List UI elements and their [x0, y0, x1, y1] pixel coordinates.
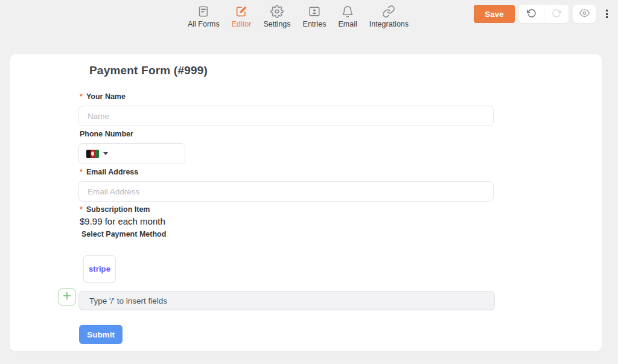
phone-field-label: Phone Number	[80, 130, 133, 138]
nav-item-label: All Forms	[188, 20, 220, 28]
country-flag-afghanistan	[86, 150, 99, 158]
topbar-actions: Save	[474, 5, 611, 23]
nav-item-label: Editor	[232, 20, 252, 28]
editor-icon	[235, 5, 248, 18]
bell-icon	[341, 5, 354, 18]
submit-button[interactable]: Submit	[79, 325, 123, 344]
nav-item-all-forms[interactable]: All Forms	[188, 5, 220, 28]
forms-icon	[197, 5, 210, 18]
required-marker: *	[80, 205, 83, 214]
nav-item-label: Integrations	[369, 20, 409, 28]
subscription-field-label: * Subscription Item	[80, 205, 150, 214]
gear-icon	[270, 5, 284, 18]
nav-item-editor[interactable]: Editor	[232, 5, 252, 28]
payment-method-stripe[interactable]: stripe	[83, 255, 116, 283]
topbar: All Forms Editor Settings	[0, 0, 618, 34]
name-field-label: * Your Name	[80, 92, 126, 101]
nav-item-settings[interactable]: Settings	[263, 5, 290, 28]
redo-icon	[552, 8, 561, 20]
redo-button[interactable]	[544, 5, 569, 23]
nav-item-email[interactable]: Email	[338, 5, 357, 28]
nav-item-label: Email	[338, 20, 357, 28]
save-button[interactable]: Save	[474, 5, 515, 23]
plus-icon	[62, 291, 72, 303]
form-canvas: Payment Form (#999) * Your Name Phone Nu…	[10, 54, 602, 351]
payment-method-label: Select Payment Method	[81, 230, 166, 238]
undo-icon	[527, 8, 537, 20]
nav-item-label: Settings	[263, 20, 290, 28]
kebab-menu-icon[interactable]	[603, 7, 611, 21]
main-nav: All Forms Editor Settings	[188, 5, 409, 28]
email-field-label: * Email Address	[80, 168, 138, 176]
nav-item-integrations[interactable]: Integrations	[369, 5, 409, 28]
email-input[interactable]	[78, 181, 494, 202]
preview-button[interactable]	[573, 5, 596, 23]
required-marker: *	[80, 92, 83, 101]
insert-fields-input[interactable]: Type '/' to insert fields	[78, 291, 495, 310]
nav-item-entries[interactable]: Entries	[303, 5, 327, 28]
stripe-logo: stripe	[89, 264, 110, 273]
name-input[interactable]	[78, 106, 494, 126]
eye-icon	[579, 8, 590, 20]
chevron-down-icon	[103, 152, 108, 155]
form-title: Payment Form (#999)	[89, 64, 208, 77]
required-marker: *	[80, 168, 83, 176]
history-button-group	[519, 5, 569, 23]
phone-input[interactable]	[78, 143, 185, 164]
entries-icon	[308, 5, 321, 18]
subscription-price-text: $9.99 for each month	[80, 216, 165, 226]
link-icon	[382, 5, 395, 18]
nav-item-label: Entries	[303, 20, 327, 28]
undo-button[interactable]	[519, 5, 544, 23]
add-field-button[interactable]	[59, 289, 75, 305]
